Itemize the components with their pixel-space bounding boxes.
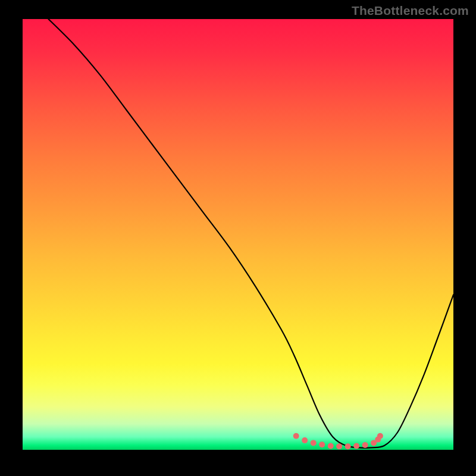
optimum-marker [293,433,299,439]
optimum-marker [377,433,383,439]
chart-frame: TheBottleneck.com [0,0,476,476]
chart-svg [23,19,453,450]
watermark: TheBottleneck.com [352,4,469,18]
optimum-marker [311,440,317,446]
plot-area [23,19,453,450]
optimum-marker [319,441,325,447]
optimum-marker [362,442,368,448]
optimum-marker [353,443,359,449]
optimum-marker [302,437,308,443]
optimum-marker [345,443,351,449]
optimum-marker [328,443,334,449]
optimum-marker [336,443,342,449]
curve-path [48,19,453,448]
